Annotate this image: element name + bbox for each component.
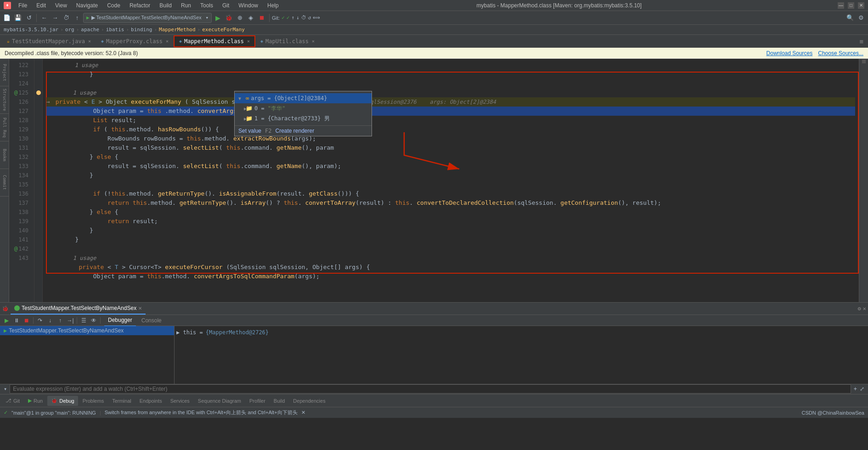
download-sources-link[interactable]: Download Sources [767,50,813,56]
choose-sources-link[interactable]: Choose Sources... [818,50,863,56]
run-button[interactable]: ▶ [213,13,223,23]
eval-expand-icon[interactable]: ⤢ [860,386,864,392]
code-content[interactable]: 1 usage } 1 usage → private [43,59,859,302]
git-pull[interactable]: ↓ [296,15,299,21]
menu-refactor[interactable]: Refactor [128,1,152,10]
create-renderer-button[interactable]: Create renderer [276,128,315,134]
vcs-button[interactable]: ↑ [72,13,82,23]
resume-button[interactable]: ▶ [2,316,11,325]
expand-icon-1[interactable]: ▶ [238,116,244,121]
btab-services[interactable]: Services [167,396,193,406]
debugger-subtab[interactable]: Debugger [104,315,136,326]
git-push[interactable]: ↑ [291,15,294,21]
step-out-button[interactable]: ↑ [56,316,65,325]
breadcrumb-binding[interactable]: binding [131,27,152,33]
btab-problems[interactable]: Problems [79,396,107,406]
coverage-button[interactable]: ◈ [246,13,256,23]
console-subtab[interactable]: Console [138,315,165,326]
git-revert[interactable]: ↺ [308,15,311,21]
debug-tab-main[interactable]: TestStudentMapper.TestSelectByNameAndSex… [11,303,146,315]
commit-panel-icon[interactable]: Commit [0,169,9,197]
expand-icon-0[interactable]: ▶ [238,106,244,111]
tabs-more-button[interactable]: ≡ [857,38,866,45]
breadcrumb-apache[interactable]: apache [81,27,99,33]
menu-edit[interactable]: Edit [34,1,48,10]
debug-row-0[interactable]: ▶ 📁 0 = "李华" [235,103,372,113]
stop-button[interactable]: ⏹ [257,13,267,23]
search-button[interactable]: 🔍 [845,13,855,23]
tab-mappermethod[interactable]: ◈ MapperMethod.class ✕ [174,35,255,47]
close-button[interactable]: ✕ [858,2,864,9]
run-to-cursor-button[interactable]: →| [66,316,75,325]
bookmarks-panel-icon[interactable]: Bookm [0,141,9,169]
debug-panel-close-icon[interactable]: ✕ [863,305,866,312]
back-button[interactable]: ← [39,13,49,23]
menu-help[interactable]: Help [265,1,281,10]
menu-view[interactable]: View [53,1,69,10]
new-file-button[interactable]: 📄 [2,13,12,23]
set-value-button[interactable]: Set value [238,128,261,134]
menu-window[interactable]: Window [237,1,260,10]
tab-maputil[interactable]: ◈ MapUtil.class ✕ [255,35,320,47]
stop-debug-button[interactable]: ⏹ [22,316,31,325]
tab-close-icon[interactable]: ✕ [166,39,169,44]
debug-tab-close-icon[interactable]: ✕ [138,306,142,311]
eval-input[interactable] [10,384,851,394]
step-into-button[interactable]: ↓ [45,316,55,325]
debug-row-args[interactable]: ▼ ∞ args = {Object[2]@2384} [235,93,372,103]
btab-run[interactable]: ▶ Run [24,396,46,406]
btab-endpoints[interactable]: Endpoints [136,396,166,406]
watches-button[interactable]: 👁 [89,316,98,325]
menu-file[interactable]: File [17,1,29,10]
debug-settings-icon[interactable]: ⚙ [858,305,861,312]
forward-button[interactable]: → [50,13,60,23]
menu-tools[interactable]: Tools [198,1,215,10]
run-config-combo[interactable]: ▶ ▶ TestStudentMapper.TestSelectByNameAn… [83,13,212,23]
minimize-button[interactable]: — [838,2,844,9]
save-button[interactable]: 💾 [13,13,23,23]
tab-close-icon[interactable]: ✕ [247,39,250,44]
tab-teststudentmapper[interactable]: ☕ TestStudentMapper.java ✕ [2,35,96,47]
refresh-button[interactable]: ↺ [24,13,34,23]
tab-close-icon[interactable]: ✕ [88,39,91,44]
step-over-button[interactable]: ↷ [35,316,45,325]
breadcrumb-jar[interactable]: mybatis-3.5.10.jar [4,27,58,33]
btab-debug[interactable]: 🐞 Debug [47,396,78,406]
filter-icon[interactable]: ▾ [4,386,7,392]
pull-requests-icon[interactable]: Pull Req [0,114,9,141]
git-history[interactable]: ⏱ [301,15,306,21]
menu-git[interactable]: Git [220,1,231,10]
project-panel-icon[interactable]: Project [0,59,9,86]
breadcrumb-method[interactable]: executeForMany [202,27,245,33]
expand-icon-args[interactable]: ▼ [238,96,244,101]
tab-close-icon[interactable]: ✕ [312,39,315,44]
git-check1[interactable]: ✓ [282,15,285,21]
git-translate[interactable]: ⟺ [313,15,320,21]
eval-add-icon[interactable]: + [854,386,857,392]
btab-dependencies[interactable]: Dependencies [289,396,329,406]
run-coverage-button[interactable]: ⊕ [235,13,245,23]
menu-build[interactable]: Build [158,1,174,10]
btab-terminal[interactable]: Terminal [108,396,135,406]
btab-profiler[interactable]: Profiler [246,396,269,406]
recent-files-button[interactable]: ⏱ [61,13,71,23]
status-close-icon[interactable]: ✕ [301,410,305,416]
menu-navigate[interactable]: Navigate [74,1,100,10]
tab-mapperproxy[interactable]: ◈ MapperProxy.class ✕ [96,35,174,47]
breadcrumb-org[interactable]: org [65,27,74,33]
menu-code[interactable]: Code [105,1,122,10]
debug-button[interactable]: 🐞 [224,13,234,23]
pause-button[interactable]: ⏸ [12,316,21,325]
debug-frame-item[interactable]: ▶ TestStudentMapper.TestSelectByNameAndS… [0,326,174,335]
debug-row-1[interactable]: ▶ 📁 1 = {Character@2733} 男 [235,113,372,124]
git-check2[interactable]: ✓ [287,15,290,21]
maximize-button[interactable]: □ [848,2,854,9]
breadcrumb-ibatis[interactable]: ibatis [106,27,124,33]
btab-git[interactable]: ⎇ Git [2,396,23,406]
breadcrumb-class[interactable]: MapperMethod [159,27,195,33]
settings-button[interactable]: ⚙ [856,13,866,23]
structure-panel-icon[interactable]: Structure [0,86,9,114]
menu-run[interactable]: Run [179,1,193,10]
btab-build[interactable]: Build [270,396,288,406]
btab-sequence[interactable]: Sequence Diagram [194,396,245,406]
